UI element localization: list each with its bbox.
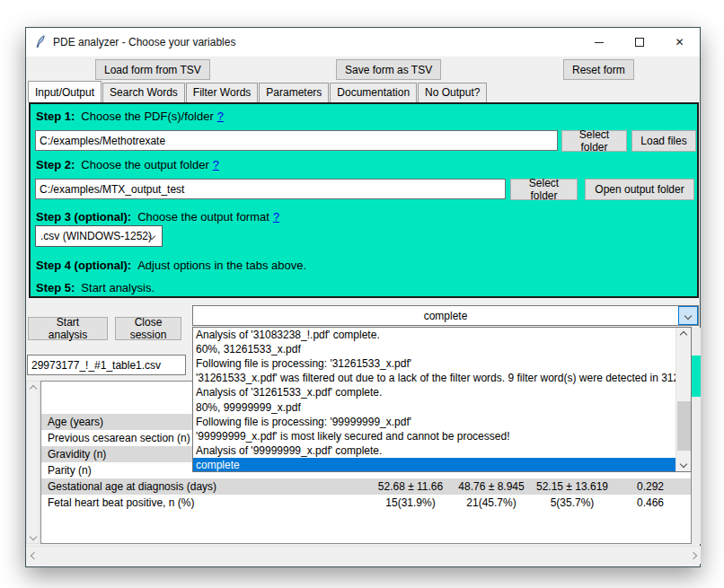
open-output-folder-button[interactable]: Open output folder <box>585 179 694 200</box>
step2-label: Step 2:Choose the output folder? <box>36 158 219 171</box>
close-button[interactable]: ✕ <box>659 28 700 57</box>
start-analysis-button[interactable]: Start analysis <box>28 317 108 340</box>
log-item[interactable]: Following file is processing: '99999999_… <box>193 415 675 429</box>
close-session-button[interactable]: Close session <box>115 317 181 340</box>
scroll-down-icon[interactable] <box>27 530 39 543</box>
scrollbar-thumb[interactable] <box>677 401 691 451</box>
load-files-button[interactable]: Load files <box>631 130 696 152</box>
step4-label: Step 4 (optional):Adjust options in the … <box>36 259 306 272</box>
log-item[interactable]: Following file is processing: '31261533_… <box>193 356 675 371</box>
minimize-icon <box>595 42 604 43</box>
scroll-down-icon[interactable] <box>676 457 691 471</box>
tab-search-words[interactable]: Search Words <box>102 83 185 102</box>
table-horizontal-scrollbar[interactable] <box>26 546 701 564</box>
tab-no-output[interactable]: No Output? <box>418 83 487 102</box>
table-row[interactable]: Fetal heart beat positive, n (%) 15(31.9… <box>41 495 691 511</box>
scroll-left-icon[interactable] <box>26 547 41 565</box>
table-cell: 0.466 <box>610 495 691 511</box>
status-log-list: Analysis of '31083238_!.pdf' complete. 6… <box>193 328 675 471</box>
step1-select-folder-button[interactable]: Select folder <box>561 130 627 152</box>
log-item[interactable]: 80%, 99999999_x.pdf <box>193 399 675 414</box>
step3-help-link[interactable]: ? <box>273 210 279 224</box>
step1-help-link[interactable]: ? <box>217 110 224 123</box>
log-item-selected[interactable]: complete <box>193 458 675 471</box>
pdf-folder-input[interactable]: C:/examples/Methotrexate <box>35 130 558 151</box>
step3-label: Step 3 (optional):Choose the output form… <box>36 210 279 224</box>
minimize-button[interactable] <box>578 28 619 57</box>
tab-filter-words[interactable]: Filter Words <box>186 83 258 102</box>
maximize-button[interactable] <box>619 28 659 57</box>
current-file-field[interactable]: 29973177_!_#1_table1.csv <box>27 355 186 375</box>
tab-bar: Input/Output Search Words Filter Words P… <box>28 83 488 102</box>
feather-app-icon <box>33 35 48 49</box>
tab-documentation[interactable]: Documentation <box>330 83 417 102</box>
scroll-up-icon[interactable] <box>27 382 39 395</box>
step2-help-link[interactable]: ? <box>213 158 219 171</box>
title-bar: PDE analyzer - Choose your variables ✕ <box>26 28 700 57</box>
output-folder-input[interactable]: C:/examples/MTX_output_test <box>35 179 506 199</box>
load-form-tsv-button[interactable]: Load form from TSV <box>95 59 210 80</box>
maximize-icon <box>635 38 644 47</box>
step5-label: Step 5:Start analysis. <box>36 281 155 294</box>
dropdown-scrollbar[interactable] <box>675 328 691 471</box>
scrollbar-thumb[interactable] <box>692 355 701 397</box>
app-window: PDE analyzer - Choose your variables ✕ L… <box>25 27 701 567</box>
step1-label: Step 1:Choose the PDF(s)/folder? <box>36 110 224 123</box>
scroll-up-icon[interactable] <box>676 328 691 342</box>
status-combobox-value: complete <box>424 310 468 322</box>
close-icon: ✕ <box>675 37 684 48</box>
tab-input-output[interactable]: Input/Output <box>28 81 102 102</box>
status-log-dropdown: Analysis of '31083238_!.pdf' complete. 6… <box>192 327 692 472</box>
output-format-value: .csv (WINDOWS-1252) <box>40 230 152 242</box>
chevron-down-icon <box>684 312 692 319</box>
log-item[interactable]: 60%, 31261533_x.pdf <box>193 342 675 356</box>
log-item[interactable]: '99999999_x.pdf' is most likely secured … <box>193 429 675 443</box>
table-vertical-scrollbar[interactable] <box>26 381 40 544</box>
step2-select-folder-button[interactable]: Select folder <box>510 179 578 200</box>
reset-form-button[interactable]: Reset form <box>563 59 634 80</box>
canvas-vertical-scrollbar[interactable] <box>692 328 701 544</box>
log-item[interactable]: '31261533_x.pdf' was filtered out due to… <box>193 371 675 385</box>
status-combobox-arrow-button[interactable] <box>678 306 698 325</box>
log-item[interactable]: Analysis of '31261533_x.pdf' complete. <box>193 385 675 399</box>
save-form-tsv-button[interactable]: Save form as TSV <box>336 59 441 80</box>
log-item[interactable]: Analysis of '31083238_!.pdf' complete. <box>193 328 675 342</box>
table-row[interactable]: Gestational age at diagnosis (days) 52.6… <box>41 478 691 495</box>
scroll-right-icon[interactable] <box>685 547 701 565</box>
table-cell: 0.292 <box>610 478 691 495</box>
log-item[interactable]: Analysis of '99999999_x.pdf' complete. <box>193 443 675 458</box>
status-combobox[interactable]: complete <box>192 305 699 326</box>
input-output-panel: Step 1:Choose the PDF(s)/folder? C:/exam… <box>29 102 699 298</box>
output-format-select[interactable]: .csv (WINDOWS-1252) <box>35 225 163 247</box>
window-title: PDE analyzer - Choose your variables <box>53 36 235 48</box>
tab-parameters[interactable]: Parameters <box>259 83 329 102</box>
